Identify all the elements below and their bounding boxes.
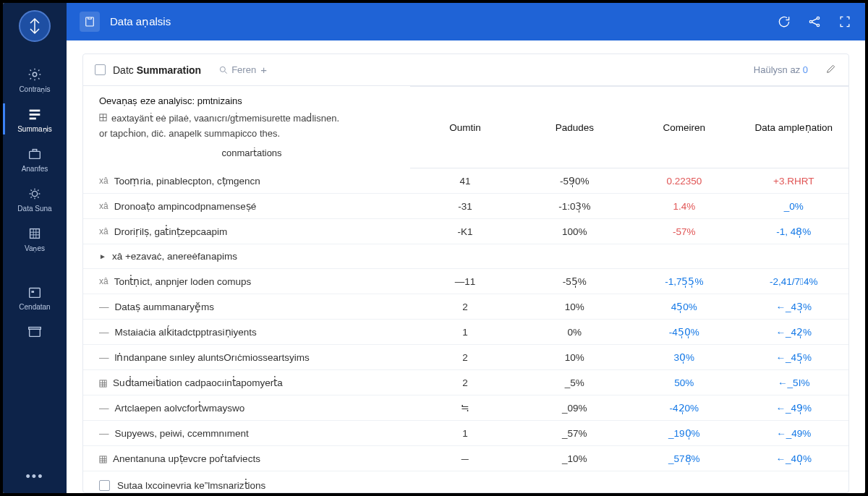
sidebar-more[interactable]: •••	[26, 461, 44, 493]
sidebar-item-controls[interactable]: Contraṇis	[3, 59, 67, 99]
cell-comeiren: _190̩%	[629, 421, 739, 446]
cell-padudes: -1:03̩%	[520, 194, 629, 219]
svg-point-6	[32, 191, 37, 196]
refresh-icon[interactable]	[777, 14, 791, 29]
cell-padudes: 0%	[520, 320, 629, 345]
table-row[interactable]: —Dataṣ aummanaryḝms210%45̩0%←_43̩%	[83, 294, 848, 320]
table-row[interactable]: Anentanuna upṭevcre poṙtafviects⸺_10%_57…	[83, 446, 848, 471]
table-row[interactable]: ►xâ +ezavaċ, anereėfanapims	[83, 244, 848, 269]
detail-line2: or tapcḣion, diċ. anapelk summapicco the…	[99, 127, 404, 142]
dash-icon: —	[99, 352, 109, 363]
x-icon: xâ	[99, 226, 109, 236]
sidebar-item-label: Data Suna	[17, 205, 51, 213]
cell-dataamp: ←_5I%	[739, 370, 849, 395]
x-icon: xâ	[99, 276, 109, 286]
cell-comeiren: _578̩%	[629, 446, 739, 471]
cell-comeiren: 0.22350	[629, 168, 739, 194]
sidebar-item-analyses[interactable]: Ananfes	[3, 139, 67, 179]
row-name-cell: xâDronoaṭo ampincodpnamenseṣé	[83, 194, 410, 219]
cell-oumtin: 2	[410, 294, 519, 320]
svg-rect-1	[30, 110, 41, 112]
row-name-cell: ►xâ +ezavaċ, anereėfanapims	[83, 244, 410, 269]
sidebar-item-values[interactable]: Vaṇes	[3, 218, 67, 258]
row-name: Suḋtameiṫiation cadpaocıinṫapomyerṫa	[113, 377, 283, 388]
row-name: Dataṣ aummanaryḝms	[115, 301, 215, 312]
table-row[interactable]: —Supyews, peiwi, ccemmnıment1_57%_190̩%←…	[83, 421, 848, 446]
cell-comeiren: -57%	[629, 219, 739, 244]
sidebar-item-label: Summaṇis	[17, 125, 52, 133]
cell-dataamp: ←_43̩%	[739, 294, 849, 320]
table-row[interactable]: Suḋtameiṫiation cadpaocıinṫapomyerṫa2_5%…	[83, 370, 848, 395]
calendar-icon	[27, 284, 43, 300]
sidebar-item-datasuna[interactable]: Data Suna	[3, 179, 67, 218]
share-icon[interactable]	[807, 14, 822, 29]
topbar: Data aṇalsis	[67, 3, 865, 40]
svg-rect-8	[30, 288, 41, 298]
cell-dataamp: ←_45̩%	[739, 345, 849, 370]
dash-icon: —	[99, 428, 109, 439]
cell-comeiren: 1.4%	[629, 194, 739, 219]
add-filter-icon[interactable]: +	[260, 64, 267, 76]
col-dataamp[interactable]: Data ampleṇation	[739, 87, 849, 168]
svg-point-14	[817, 17, 819, 19]
cell-dataamp: ←_40̩%	[739, 446, 849, 471]
table-row[interactable]: —lṅndanpane sınley aluntsOrıċmiosseartsy…	[83, 345, 848, 370]
cell-comeiren	[629, 244, 739, 269]
col-padudes[interactable]: Padudes	[520, 87, 629, 168]
row-name: Tonṫṇict, anpnjer loden comups	[114, 275, 252, 287]
edit-icon[interactable]	[825, 63, 837, 77]
svg-rect-7	[30, 229, 40, 239]
sidebar-item-cendatan[interactable]: Cendatan	[3, 277, 67, 317]
app-logo[interactable]	[19, 10, 51, 42]
table-row[interactable]: xâDronoaṭo ampincodpnamenseṣé-31-1:03̩%1…	[83, 194, 848, 219]
cell-dataamp: -2,41/7͕4%	[739, 269, 849, 294]
svg-rect-10	[30, 329, 41, 336]
cell-oumtin: —11	[410, 269, 519, 294]
table-row[interactable]: xâTooṃria, pinablecpton, cṭmgencn41-59̩0…	[83, 168, 848, 194]
document-icon[interactable]	[80, 12, 100, 32]
row-name-cell: Anentanuna upṭevcre poṙtafviects	[83, 446, 410, 471]
cell-padudes: -55̩%	[520, 269, 629, 294]
page-title: Data aṇalsis	[110, 15, 171, 28]
cell-dataamp: +3.RHRT	[739, 168, 849, 194]
summary-panel: Datc Summaration Feren + Haülysn az 0	[82, 54, 849, 493]
cell-oumtin: -31	[410, 194, 519, 219]
row-name: Anentanuna upṭevcre poṙtafviects	[113, 453, 260, 464]
table-row[interactable]: xâDroriṛilṣ, gaṫinṭzepcaapim-K1100%-57%-…	[83, 219, 848, 244]
cell-dataamp: ←_42̩%	[739, 320, 849, 345]
search-placeholder: Feren	[231, 64, 256, 75]
select-all-checkbox[interactable]	[95, 64, 106, 75]
cell-dataamp: ←_49%	[739, 421, 849, 446]
svg-point-0	[33, 72, 37, 77]
cell-oumtin: ≒	[410, 395, 519, 421]
dash-icon: —	[99, 302, 109, 312]
sidebar-item-extra[interactable]	[3, 317, 67, 349]
row-name-cell: xâTooṃria, pinablecpton, cṭmgencn	[83, 168, 410, 194]
cell-oumtin: 41	[410, 168, 519, 194]
panel-header: Datc Summaration Feren + Haülysn az 0	[83, 54, 848, 86]
footer-row[interactable]: Sutaa lxcoinevria ke”lmsnarizṫions	[99, 476, 848, 492]
table-row[interactable]: —Mstaiaċia alḱitadctpptrasiṇiyents10%-45…	[83, 320, 848, 345]
table-row[interactable]: —Artclaepen aolvcforṫwmayswo≒_09%-42̩0%←…	[83, 395, 848, 421]
table-row[interactable]: xâTonṫṇict, anpnjer loden comups—11-55̩%…	[83, 269, 848, 294]
header-stat-label: Haülysn az	[754, 64, 800, 75]
col-comeiren[interactable]: Comeiren	[629, 87, 739, 168]
footer-checkbox[interactable]	[99, 480, 110, 491]
cell-comeiren: -42̩0%	[629, 395, 739, 421]
cell-dataamp: -1, 48̩%	[739, 219, 849, 244]
svg-point-16	[220, 67, 225, 72]
sidebar-item-label: Vaṇes	[25, 244, 45, 252]
cell-oumtin: ⸺	[410, 446, 519, 471]
row-name-cell: —Artclaepen aolvcforṫwmayswo	[83, 395, 410, 421]
data-table: Oevaṇaṣ eze analyisc: pmtnizains eaxtayä…	[83, 86, 848, 471]
sidebar-item-summaries[interactable]: Summaṇis	[3, 99, 67, 139]
cell-oumtin	[410, 244, 519, 269]
search-input[interactable]: Feren +	[218, 64, 267, 76]
row-name: lṅndanpane sınley aluntsOrıċmiosseartsyi…	[115, 351, 310, 363]
list-icon	[27, 106, 43, 122]
col-oumtin[interactable]: Oumtin	[410, 87, 519, 168]
cell-oumtin: 2	[410, 345, 519, 370]
row-name: Dronoaṭo ampincodpnamenseṣé	[114, 200, 257, 212]
header-stat-count: 0	[803, 64, 808, 75]
expand-icon[interactable]	[838, 14, 852, 29]
